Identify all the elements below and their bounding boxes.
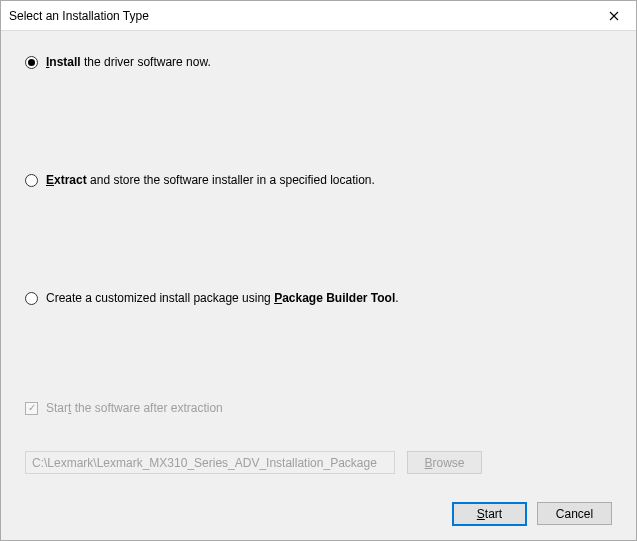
option-install-label: Install the driver software now. [46,55,211,69]
radio-extract[interactable] [25,174,38,187]
radio-install[interactable] [25,56,38,69]
start-after-extraction-label: Start the software after extraction [46,401,223,415]
titlebar: Select an Installation Type [1,1,636,31]
browse-button: Browse [407,451,482,474]
cancel-button[interactable]: Cancel [537,502,612,525]
button-row: Start Cancel [25,502,612,526]
start-after-extraction-checkbox [25,402,38,415]
close-icon [609,11,619,21]
option-extract[interactable]: Extract and store the software installer… [25,173,612,187]
path-row: Browse [25,451,612,474]
start-button[interactable]: Start [452,502,527,526]
content-area: Install the driver software now. Extract… [1,31,636,540]
option-custom[interactable]: Create a customized install package usin… [25,291,612,305]
option-extract-label: Extract and store the software installer… [46,173,375,187]
lower-section: Start the software after extraction Brow… [25,401,612,526]
window-title: Select an Installation Type [9,9,149,23]
radio-custom[interactable] [25,292,38,305]
installer-window: Select an Installation Type Install the … [0,0,637,541]
option-custom-label: Create a customized install package usin… [46,291,399,305]
extraction-path-input [25,451,395,474]
start-after-extraction-row: Start the software after extraction [25,401,612,415]
close-button[interactable] [591,1,636,30]
option-install[interactable]: Install the driver software now. [25,55,612,69]
